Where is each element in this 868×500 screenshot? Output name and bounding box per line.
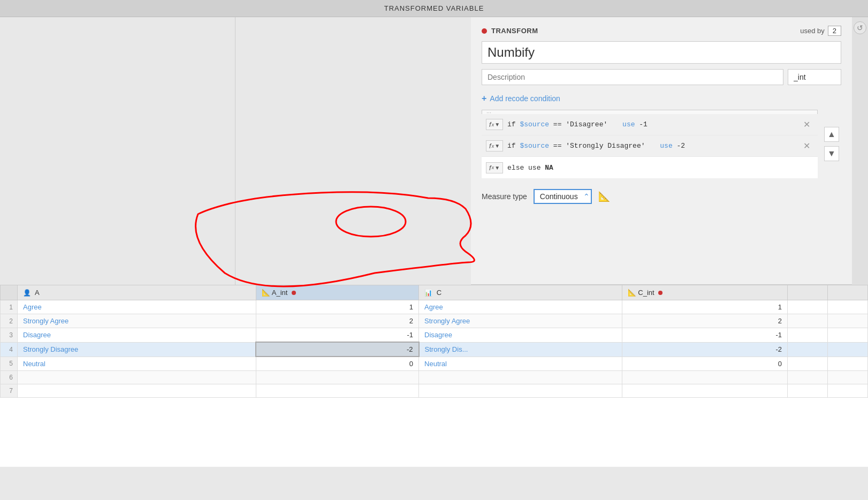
move-up-button[interactable]: ▲ [824,127,839,142]
cell-empty-5 [787,357,827,371]
cell-empty-6 [827,328,867,343]
cell-C-int[interactable]: 2 [622,314,787,328]
table-row: 7 [1,384,868,398]
cell-empty-6 [827,300,867,314]
row-number: 5 [1,357,18,371]
cell-A-int[interactable]: 2 [256,314,418,328]
col-header-C-int: 📐 C_int [622,285,787,300]
cell-A-int[interactable]: -1 [256,328,418,343]
cell-A[interactable] [18,371,256,384]
cell-C[interactable]: Disagree [419,328,622,343]
cell-empty-5 [787,328,827,343]
cell-C-int[interactable] [622,371,787,384]
row-number: 3 [1,328,18,343]
col-header-5 [787,285,827,300]
conditions-wrapper: ··· fx▼ if $source == 'Disagree' use [482,110,841,178]
cell-A[interactable]: Disagree [18,328,256,343]
measure-type-select[interactable]: Continuous Ordinal Nominal [534,189,592,204]
transform-header: TRANSFORM used by 2 [482,26,841,36]
cell-C[interactable] [419,371,622,384]
status-dot [482,28,487,34]
cell-A[interactable]: Strongly Disagree [18,342,256,357]
ruler-icon: 📐 [598,191,610,202]
cell-A[interactable]: Strongly Agree [18,314,256,328]
table-row: 3Disagree-1Disagree-1 [1,328,868,343]
cell-C[interactable] [419,384,622,398]
cell-A-int[interactable]: 0 [256,357,418,371]
move-down-button[interactable]: ▼ [824,146,839,161]
cell-C[interactable]: Neutral [419,357,622,371]
cell-C-int[interactable]: -2 [622,342,787,357]
col-header-C: C [419,285,622,300]
add-condition-button[interactable]: + Add recode condition [482,92,841,105]
cell-empty-5 [787,342,827,357]
arrows-panel: ▲ ▼ [822,110,841,178]
used-by-badge: 2 [828,26,841,36]
cell-empty-5 [787,384,827,398]
transform-label: TRANSFORM [482,27,538,35]
row-number: 6 [1,371,18,384]
row-number: 4 [1,342,18,357]
condition-text-1: if $source == 'Disagree' use -1 [507,120,796,128]
cell-empty-6 [827,314,867,328]
ruler-icon-header: 📐 [262,289,270,297]
data-table: A 📐 A_int C 📐 C_int [0,285,868,467]
cell-empty-5 [787,300,827,314]
cell-empty-6 [827,342,867,357]
cell-C[interactable]: Strongly Agree [419,314,622,328]
ruler-icon-header-2: 📐 [628,289,636,297]
condition-text-else: else use NA [507,164,813,172]
delete-btn-1[interactable]: ✕ [800,118,813,131]
cell-A-int[interactable] [256,371,418,384]
used-by-section: used by 2 [800,26,841,36]
person-icon [23,289,31,297]
cell-empty-6 [827,384,867,398]
cell-A-int[interactable]: 1 [256,300,418,314]
condition-row: fx▼ if $source == 'Disagree' use -1 ✕ [482,114,818,135]
col-header-A-int: 📐 A_int [256,285,418,300]
desc-row [482,69,841,85]
cell-C-int[interactable]: 1 [622,300,787,314]
measure-row: Measure type Continuous Ordinal Nominal … [482,185,841,208]
description-input[interactable] [482,69,783,85]
cell-A-int[interactable]: -2 [256,342,418,357]
measure-select-wrapper: Continuous Ordinal Nominal ⌃ [534,189,592,204]
row-num-header [1,285,18,300]
row-number: 7 [1,384,18,398]
table-row: 6 [1,371,868,384]
cell-A[interactable] [18,384,256,398]
cell-A-int[interactable] [256,384,418,398]
cell-C[interactable]: Agree [419,300,622,314]
suffix-input[interactable] [788,69,841,85]
table-row: 1Agree1Agree1 [1,300,868,314]
condition-text-2: if $source == 'Strongly Disagree' use -2 [507,142,796,150]
cell-C-int[interactable]: -1 [622,328,787,343]
table-row: 2Strongly Agree2Strongly Agree2 [1,314,868,328]
cell-C[interactable]: Strongly Dis... [419,342,622,357]
col-dot-red [292,291,296,295]
col-dot-red-2 [658,291,663,295]
cell-C-int[interactable] [622,384,787,398]
fx-badge-1[interactable]: fx▼ [486,119,503,130]
cell-empty-6 [827,371,867,384]
name-row [482,41,841,64]
delete-btn-2[interactable]: ✕ [800,140,813,152]
transform-name-input[interactable] [482,41,841,64]
cell-A[interactable]: Agree [18,300,256,314]
col-header-6 [827,285,867,300]
cell-empty-6 [827,357,867,371]
condition-row: fx▼ if $source == 'Strongly Disagree' us… [482,135,818,157]
table-row: 4Strongly Disagree-2Strongly Dis...-2 [1,342,868,357]
cell-empty-5 [787,314,827,328]
fx-badge-2[interactable]: fx▼ [486,140,503,151]
fx-badge-3[interactable]: fx▼ [486,162,503,173]
col-header-A: A [18,285,256,300]
cell-C-int[interactable]: 0 [622,357,787,371]
cell-empty-5 [787,371,827,384]
conditions-list: ··· fx▼ if $source == 'Disagree' use [482,110,818,178]
scroll-btn[interactable]: ↺ [854,21,866,34]
plus-icon: + [482,94,486,103]
row-number: 1 [1,300,18,314]
table-row: 5Neutral0Neutral0 [1,357,868,371]
cell-A[interactable]: Neutral [18,357,256,371]
